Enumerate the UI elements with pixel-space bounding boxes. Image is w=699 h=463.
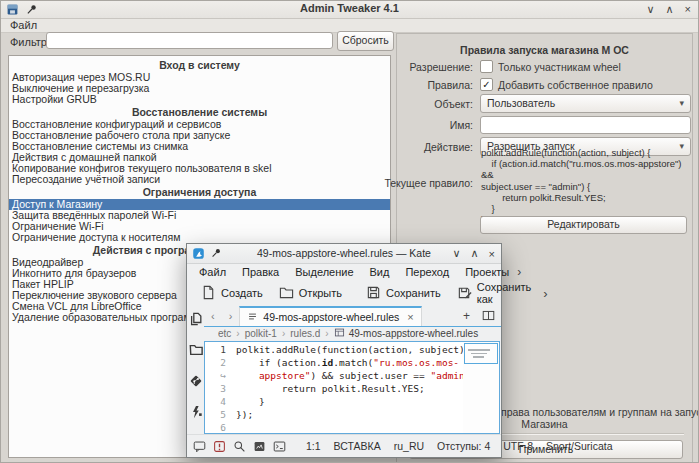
object-label: Объект: — [434, 98, 473, 110]
line-number: 1 — [205, 343, 226, 356]
code-line: } — [236, 395, 463, 408]
permission-label: Разрешение: — [409, 61, 473, 73]
code-area[interactable]: polkit.addRule(function(action, subject)… — [230, 342, 463, 433]
list-section-header: Ограничения доступа — [9, 185, 390, 199]
output-icon[interactable] — [193, 440, 206, 453]
toolbar-button-open-folder[interactable]: Открыть — [271, 282, 350, 304]
rules-option-label[interactable]: Добавить собственное правило — [498, 79, 653, 91]
file-table-icon — [334, 327, 345, 340]
documents-icon[interactable] — [189, 312, 203, 326]
git-icon[interactable] — [189, 374, 203, 388]
list-section-header: Восстановление системы — [9, 105, 390, 119]
line-number: 4 — [205, 395, 226, 408]
name-label: Имя: — [450, 119, 473, 131]
new-tab-icon[interactable]: + — [457, 309, 476, 323]
tab-back-icon[interactable]: ‹ — [204, 310, 222, 322]
kate-menu-item[interactable]: Файл — [191, 266, 234, 278]
kate-menu-item[interactable]: Проекты — [457, 266, 517, 278]
split-view-icon[interactable] — [476, 309, 501, 324]
maximize-icon[interactable]: ∧ — [471, 247, 479, 260]
breadcrumb-item[interactable]: 49-mos-appstore-wheel.rules — [334, 327, 479, 340]
edit-button[interactable]: Редактировать — [480, 216, 687, 234]
name-input[interactable] — [480, 116, 691, 134]
rules-checkbox[interactable]: ✓ — [480, 78, 493, 91]
code-line: appstore") && subject.user == "admin") { — [236, 369, 463, 382]
object-combobox[interactable]: Пользователь ▾ — [480, 94, 691, 113]
tab-close-icon[interactable]: × — [407, 311, 413, 323]
minimap-viewport[interactable] — [464, 343, 498, 364]
menu-overflow-icon[interactable]: › — [517, 265, 529, 279]
window-title: Admin Tweaker 4.1 — [0, 2, 699, 14]
object-value: Пользователь — [487, 97, 555, 109]
status-cursor-position[interactable]: 1:1 — [306, 440, 321, 452]
code-token: polkit.addRule(function(action, subject)… — [236, 344, 463, 355]
toolbar-button-new-doc[interactable]: Создать — [193, 282, 271, 304]
line-number: 3 — [205, 382, 226, 395]
panel-title: Правила запуска магазина М ОС — [397, 44, 692, 56]
menu-file[interactable]: Файл — [10, 19, 37, 31]
reset-button[interactable]: Сбросить — [337, 31, 394, 51]
kate-tool-sidebar — [187, 306, 204, 434]
kate-menu-item[interactable]: Вид — [362, 266, 398, 278]
search-icon[interactable] — [233, 440, 246, 453]
kate-menu-item[interactable]: Правка — [234, 266, 287, 278]
list-item[interactable]: Настройки GRUB — [9, 94, 390, 105]
minimize-icon[interactable]: ∨ — [646, 4, 654, 15]
breadcrumb-item[interactable]: rules.d — [290, 328, 320, 339]
filter-input[interactable] — [46, 32, 333, 49]
permission-checkbox[interactable] — [480, 60, 493, 73]
code-token: } — [236, 396, 265, 407]
kate-statusbar: 1:1ВСТАВКАru_RUОтступы: 4UTF-8Snort/Suri… — [187, 434, 501, 457]
code-line — [236, 421, 463, 433]
status-indentation[interactable]: Отступы: 4 — [437, 440, 490, 452]
chevron-down-icon: ▾ — [679, 95, 684, 112]
breadcrumb: etc›polkit-1›rules.d›49-mos-appstore-whe… — [218, 327, 497, 340]
list-item[interactable]: Пересоздание учётной записи — [9, 174, 390, 185]
tab-active[interactable]: 49-mos-appstore-wheel.rules × — [239, 306, 421, 326]
diagnostics-icon[interactable] — [189, 405, 203, 419]
permission-option-label[interactable]: Только участникам wheel — [498, 61, 621, 73]
save-as-icon — [457, 285, 472, 302]
status-encoding[interactable]: UTF-8 — [503, 440, 533, 452]
main-window-controls: ∨∧× — [646, 0, 691, 18]
breadcrumb-item[interactable]: polkit-1 — [245, 328, 277, 339]
code-line: return polkit.Result.YES; — [236, 382, 463, 395]
kate-toolbar: СоздатьОткрытьСохранитьСохранить как› — [187, 280, 501, 306]
kate-menu-item[interactable]: Переход — [397, 266, 457, 278]
code-line: }); — [236, 408, 463, 421]
toolbar-overflow-icon[interactable]: › — [543, 286, 547, 301]
code-token: .match( — [333, 357, 373, 368]
list-item[interactable]: Ограничение доступа к носителям — [9, 232, 390, 243]
status-highlight-mode[interactable]: Snort/Suricata — [546, 440, 613, 452]
close-icon[interactable]: × — [489, 248, 495, 260]
status-dictionary[interactable]: ru_RU — [394, 440, 424, 452]
breadcrumb-item[interactable]: etc — [218, 328, 231, 339]
filesystem-icon[interactable] — [189, 343, 203, 357]
toolbar-button-save-as[interactable]: Сохранить как — [449, 282, 540, 304]
status-input-mode[interactable]: ВСТАВКА — [334, 440, 381, 452]
diagnostics-icon[interactable] — [213, 440, 226, 453]
code-editor[interactable]: 12↪3456 polkit.addRule(function(action, … — [204, 341, 500, 434]
tab-label: 49-mos-appstore-wheel.rules — [263, 311, 399, 323]
toolbar-button-save[interactable]: Сохранить — [358, 282, 449, 304]
code-token: if (action. — [236, 357, 322, 368]
main-titlebar: Admin Tweaker 4.1 ∨∧× — [0, 0, 699, 19]
kate-menu-item[interactable]: Выделение — [287, 266, 361, 278]
close-icon[interactable]: × — [685, 4, 691, 15]
terminal-icon[interactable] — [273, 440, 286, 453]
kate-tabbar: ‹ › 49-mos-appstore-wheel.rules × + — [204, 306, 501, 327]
save-icon — [366, 285, 381, 302]
preview-icon[interactable] — [253, 440, 266, 453]
maximize-icon[interactable]: ∧ — [666, 4, 674, 15]
minimize-icon[interactable]: ∨ — [452, 247, 460, 260]
toolbar-button-label: Сохранить — [386, 287, 441, 299]
minimap-scrollbar[interactable] — [463, 342, 499, 433]
breadcrumb-label: 49-mos-appstore-wheel.rules — [349, 328, 479, 339]
tab-forward-icon[interactable]: › — [222, 310, 240, 322]
breadcrumb-separator-icon: › — [236, 328, 239, 339]
code-token: ) && subject.user == — [310, 370, 430, 381]
toolbar-button-label: Создать — [221, 287, 263, 299]
current-rule-code: polkit.addRule(function(action, subject)… — [481, 147, 688, 225]
filter-label: Фильтр: — [10, 36, 50, 48]
breadcrumb-separator-icon: › — [282, 328, 285, 339]
